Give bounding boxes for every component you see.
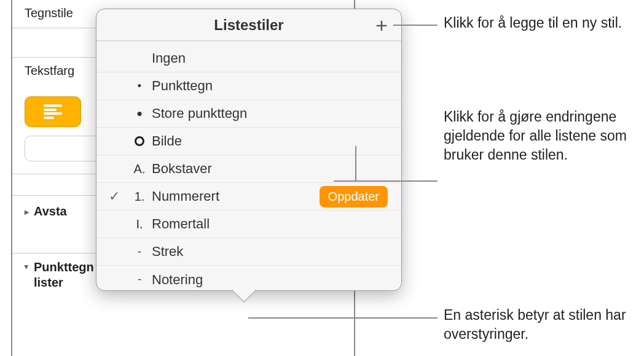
- bullet-marker: I.: [127, 217, 152, 231]
- chevron-down-icon: ▸: [22, 265, 32, 269]
- leader-line: [355, 180, 438, 182]
- style-item-none[interactable]: Ingen: [96, 45, 401, 72]
- style-label: Bilde: [152, 133, 182, 149]
- leader-line: [393, 25, 438, 26]
- bullet-marker: -: [127, 246, 152, 258]
- popover-header: Listestiler +: [96, 9, 401, 41]
- style-item-big-bullet[interactable]: • Store punkttegn: [96, 100, 401, 128]
- leader-line: [248, 317, 438, 319]
- bullet-marker: -: [127, 273, 152, 286]
- add-style-button[interactable]: +: [372, 15, 391, 35]
- style-label: Store punkttegn: [152, 106, 247, 122]
- style-label: Nummerert: [152, 188, 219, 204]
- style-item-roman[interactable]: I. Romertall: [96, 211, 401, 238]
- style-label: Bokstaver: [152, 161, 212, 177]
- style-item-bullet[interactable]: • Punkttegn: [96, 72, 401, 100]
- style-label: Notering: [152, 272, 203, 288]
- popover-title: Listestiler: [214, 17, 283, 34]
- bullet-marker: A.: [127, 162, 152, 176]
- plus-icon: +: [375, 14, 388, 37]
- bullet-marker: 1.: [127, 190, 152, 204]
- style-label: Romertall: [152, 216, 210, 232]
- character-styles-label: Tegnstile: [25, 6, 73, 20]
- callout-update: Klikk for å gjøre endringene gjeldende f…: [444, 107, 634, 164]
- bullet-marker: •: [127, 104, 152, 123]
- chevron-right-icon: ▸: [25, 207, 29, 217]
- callout-asterisk: En asterisk betyr at stilen har overstyr…: [444, 306, 640, 344]
- style-item-numbered[interactable]: ✓ 1. Nummerert Oppdater: [96, 183, 401, 211]
- leader-line: [355, 146, 356, 181]
- update-button-label: Oppdater: [328, 190, 379, 203]
- align-left-button[interactable]: [25, 96, 81, 127]
- spacing-label: Avsta: [34, 204, 67, 219]
- style-label: Strek: [152, 244, 183, 260]
- bullet-marker: •: [127, 80, 152, 93]
- align-left-icon: [44, 104, 62, 119]
- image-bullet-icon: [127, 136, 152, 146]
- style-label: Punkttegn: [152, 78, 213, 94]
- callout-add-style: Klikk for å legge til en ny stil.: [444, 14, 634, 33]
- update-button[interactable]: Oppdater: [320, 186, 388, 207]
- leader-line: [355, 146, 356, 147]
- style-label: Ingen: [152, 50, 186, 66]
- style-item-dash[interactable]: - Strek: [96, 238, 401, 266]
- leader-line: [334, 180, 356, 182]
- text-color-label: Tekstfarg: [25, 64, 74, 78]
- checkmark-icon: ✓: [109, 188, 127, 204]
